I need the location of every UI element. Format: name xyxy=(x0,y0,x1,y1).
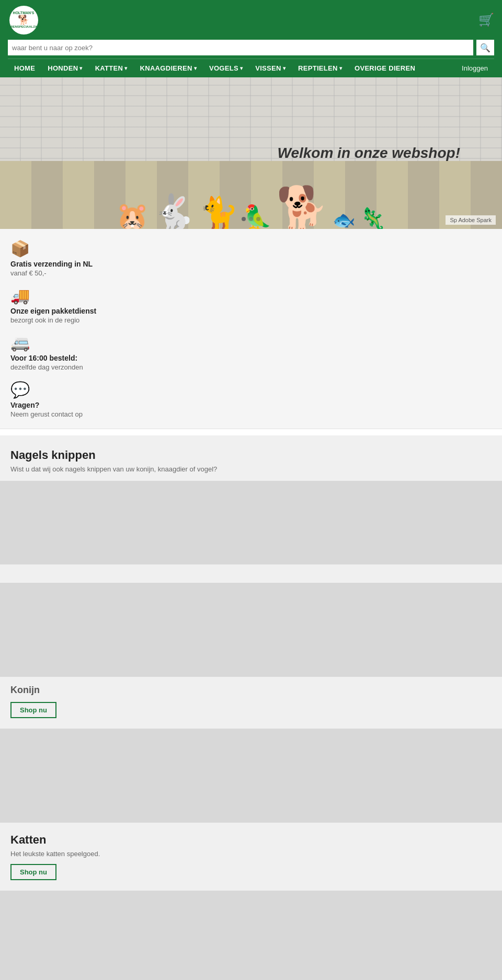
last-section-image xyxy=(0,891,502,980)
nagels-subtitle: Wist u dat wij ook nagels knippen van uw… xyxy=(10,465,492,473)
nav-item-vissen[interactable]: VISSEN ▾ xyxy=(249,59,292,77)
chevron-down-icon: ▾ xyxy=(124,65,127,71)
hero-dots xyxy=(242,217,260,221)
hero-banner: 🐹 🐇 🐈 🦜 🐕 🐟 🦎 Welkom in onze webshop! Sp… xyxy=(0,77,502,229)
feature-contact: 💬 Vragen? Neem gerust contact op xyxy=(10,381,492,418)
hero-text: Welkom in onze webshop! xyxy=(277,145,460,162)
section-gap-1 xyxy=(0,429,502,435)
feature-speed-subtitle: dezelfde dag verzonden xyxy=(10,363,492,371)
chevron-down-icon: ▾ xyxy=(283,65,286,71)
logo[interactable]: HOLTMAN'S 🐕 DIERENSPECIAALZAAK xyxy=(8,4,39,36)
chevron-down-icon: ▾ xyxy=(79,65,82,71)
animal-rabbit-icon: 🐇 xyxy=(153,195,195,229)
hero-brand-watermark: Sp Adobe Spark xyxy=(446,215,496,225)
feature-speed: 🚐 Voor 16:00 besteld: dezelfde dag verzo… xyxy=(10,333,492,371)
header-top: HOLTMAN'S 🐕 DIERENSPECIAALZAAK 🛒 xyxy=(8,4,494,36)
konijn-image xyxy=(0,583,502,677)
nagels-title: Nagels knippen xyxy=(10,448,492,462)
animal-cat-icon: 🐈 xyxy=(199,198,238,229)
nav-item-reptielen[interactable]: REPTIELEN ▾ xyxy=(292,59,348,77)
feature-contact-subtitle: Neem gerust contact op xyxy=(10,410,492,418)
nav-item-home[interactable]: HOME xyxy=(8,59,41,77)
feature-speed-title: Voor 16:00 besteld: xyxy=(10,354,492,362)
nav-item-knaagdieren[interactable]: KNAAGDIEREN ▾ xyxy=(134,59,203,77)
katten-subtitle: Het leukste katten speelgoed. xyxy=(10,850,492,858)
animal-lizard-icon: 🦎 xyxy=(360,208,386,229)
nav-item-katten[interactable]: KATTEN ▾ xyxy=(89,59,134,77)
search-row: 🔍 xyxy=(8,40,494,55)
delivery-icon: 🚚 xyxy=(10,286,492,305)
shipping-icon: 📦 xyxy=(10,239,492,258)
feature-shipping: 📦 Gratis verzending in NL vanaf € 50,- xyxy=(10,239,492,277)
feature-shipping-title: Gratis verzending in NL xyxy=(10,260,492,268)
login-link[interactable]: Inloggen xyxy=(455,59,494,77)
chevron-down-icon: ▾ xyxy=(339,65,342,71)
nav-bar: HOME HONDEN ▾ KATTEN ▾ KNAAGDIEREN ▾ VOG… xyxy=(8,59,494,77)
cart-icon[interactable]: 🛒 xyxy=(478,13,494,27)
feature-contact-title: Vragen? xyxy=(10,401,492,409)
konijn-section: Konijn Shop nu xyxy=(0,572,502,729)
chevron-down-icon: ▾ xyxy=(240,65,243,71)
animal-dog-icon: 🐕 xyxy=(276,187,328,229)
konijn-shop-button[interactable]: Shop nu xyxy=(10,702,56,718)
konijn-title: Konijn xyxy=(10,685,492,696)
katten-shop-button[interactable]: Shop nu xyxy=(10,864,56,880)
nav-items: HOME HONDEN ▾ KATTEN ▾ KNAAGDIEREN ▾ VOG… xyxy=(8,59,455,77)
search-button[interactable]: 🔍 xyxy=(476,40,494,55)
animal-hamster-icon: 🐹 xyxy=(116,203,149,229)
nagels-section: Nagels knippen Wist u dat wij ook nagels… xyxy=(0,435,502,572)
animal-fish-icon: 🐟 xyxy=(333,211,356,229)
hero-dot-1[interactable] xyxy=(242,217,246,221)
feature-delivery-subtitle: bezorgt ook in de regio xyxy=(10,316,492,324)
speed-icon: 🚐 xyxy=(10,333,492,352)
search-icon: 🔍 xyxy=(480,43,490,53)
chevron-down-icon: ▾ xyxy=(194,65,197,71)
nav-item-honden[interactable]: HONDEN ▾ xyxy=(41,59,88,77)
nagels-image xyxy=(0,481,502,564)
feature-shipping-subtitle: vanaf € 50,- xyxy=(10,269,492,277)
hero-dot-3[interactable] xyxy=(256,217,260,221)
katten-section: Katten Het leukste katten speelgoed. Sho… xyxy=(0,823,502,891)
logo-animal-icon: 🐕 xyxy=(18,15,29,26)
katten-title: Katten xyxy=(10,833,492,847)
hero-dot-2[interactable] xyxy=(249,217,253,221)
logo-sub-text: DIERENSPECIAALZAAK xyxy=(5,25,42,29)
feature-delivery: 🚚 Onze eigen pakketdienst bezorgt ook in… xyxy=(10,286,492,324)
katten-image-top xyxy=(0,729,502,823)
feature-delivery-title: Onze eigen pakketdienst xyxy=(10,307,492,315)
contact-icon: 💬 xyxy=(10,381,492,399)
features-section: 📦 Gratis verzending in NL vanaf € 50,- 🚚… xyxy=(0,229,502,429)
search-input[interactable] xyxy=(8,40,473,55)
logo-circle: HOLTMAN'S 🐕 DIERENSPECIAALZAAK xyxy=(9,6,38,34)
site-header: HOLTMAN'S 🐕 DIERENSPECIAALZAAK 🛒 🔍 HOME … xyxy=(0,0,502,77)
nav-item-overige[interactable]: OVERIGE DIEREN xyxy=(348,59,421,77)
nav-item-vogels[interactable]: VOGELS ▾ xyxy=(203,59,249,77)
